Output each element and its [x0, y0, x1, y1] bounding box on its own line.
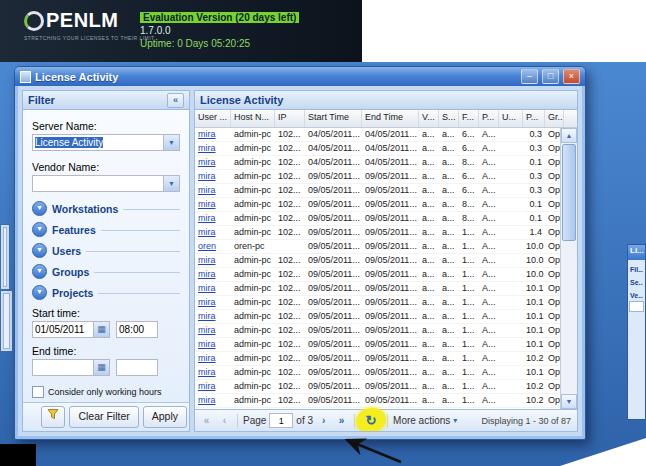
collapse-panel-icon[interactable]: «: [167, 93, 184, 108]
combo-dropdown-icon[interactable]: ▼: [163, 135, 179, 150]
user-link[interactable]: mira: [195, 142, 231, 155]
column-header[interactable]: End Time: [362, 110, 419, 127]
user-link[interactable]: mira: [195, 198, 231, 211]
column-header[interactable]: Host N...: [231, 110, 275, 127]
last-page-button[interactable]: »: [334, 413, 349, 429]
column-header[interactable]: Start Time: [305, 110, 362, 127]
column-header[interactable]: P...: [523, 110, 545, 127]
user-link[interactable]: mira: [195, 380, 231, 393]
start-date-field[interactable]: 01/05/2011 ▦: [32, 321, 110, 338]
user-link[interactable]: mira: [195, 212, 231, 225]
user-link[interactable]: mira: [195, 254, 231, 267]
filter-section-projects[interactable]: ▼Projects: [32, 282, 180, 303]
filter-section-workstations[interactable]: ▼Workstations: [32, 198, 180, 219]
table-row[interactable]: miraadmin-pc102...09/05/2011...09/05/201…: [195, 212, 560, 226]
vendor-name-combo[interactable]: ▼: [32, 175, 180, 192]
table-cell: a...: [439, 394, 459, 407]
table-row[interactable]: miraadmin-pc102...04/05/2011...04/05/201…: [195, 156, 560, 170]
start-time-field[interactable]: 08:00: [116, 321, 158, 338]
user-link[interactable]: mira: [195, 366, 231, 379]
filter-section-users[interactable]: ▼Users: [32, 240, 180, 261]
column-header[interactable]: P...: [479, 110, 499, 127]
working-hours-checkbox[interactable]: [32, 386, 44, 398]
maximize-button[interactable]: □: [542, 69, 559, 84]
table-row[interactable]: miraadmin-pc102...09/05/2011...09/05/201…: [195, 366, 560, 380]
column-header[interactable]: User ...: [195, 110, 231, 127]
user-link[interactable]: mira: [195, 310, 231, 323]
first-page-button[interactable]: «: [199, 413, 214, 429]
more-actions-button[interactable]: More actions ▾: [393, 415, 457, 426]
column-header[interactable]: Gr...: [545, 110, 564, 127]
user-link[interactable]: mira: [195, 156, 231, 169]
scroll-up-icon[interactable]: ▲: [561, 128, 577, 143]
column-header[interactable]: U...: [499, 110, 523, 127]
table-row[interactable]: miraadmin-pc102...09/05/2011...09/05/201…: [195, 198, 560, 212]
user-link[interactable]: mira: [195, 394, 231, 407]
vertical-scrollbar[interactable]: ▲ ▼: [560, 128, 577, 409]
table-cell: 102...: [275, 324, 305, 337]
clear-filter-button[interactable]: Clear Filter: [69, 406, 138, 428]
table-row[interactable]: miraadmin-pc102...09/05/2011...09/05/201…: [195, 324, 560, 338]
left-partial-window-2[interactable]: [0, 290, 13, 352]
table-row[interactable]: miraadmin-pc102...09/05/2011...09/05/201…: [195, 170, 560, 184]
scrollbar-track[interactable]: [561, 143, 577, 394]
combo-dropdown-icon[interactable]: ▼: [163, 176, 179, 191]
table-row[interactable]: miraadmin-pc102...09/05/2011...09/05/201…: [195, 184, 560, 198]
user-link[interactable]: mira: [195, 296, 231, 309]
column-header[interactable]: V...: [419, 110, 439, 127]
table-row[interactable]: miraadmin-pc102...09/05/2011...09/05/201…: [195, 380, 560, 394]
filter-section-features[interactable]: ▼Features: [32, 219, 180, 240]
right-partial-titlebar[interactable]: Li...: [628, 245, 645, 260]
scroll-down-icon[interactable]: ▼: [561, 394, 577, 409]
vendor-name-label: Vendor Name:: [32, 161, 180, 173]
calendar-icon[interactable]: ▦: [93, 322, 109, 337]
user-link[interactable]: mira: [195, 128, 231, 141]
right-partial-window[interactable]: Li... Fil...Se...Ve...: [627, 244, 646, 420]
calendar-icon[interactable]: ▦: [93, 360, 109, 375]
column-header[interactable]: F...: [459, 110, 479, 127]
table-row[interactable]: miraadmin-pc102...09/05/2011...09/05/201…: [195, 282, 560, 296]
table-row[interactable]: miraadmin-pc102...09/05/2011...09/05/201…: [195, 268, 560, 282]
table-cell: [499, 352, 523, 365]
user-link[interactable]: mira: [195, 352, 231, 365]
end-date-field[interactable]: ▦: [32, 359, 110, 376]
table-row[interactable]: miraadmin-pc102...09/05/2011...09/05/201…: [195, 310, 560, 324]
table-cell: 09/05/2011...: [362, 198, 419, 211]
column-header[interactable]: IP: [275, 110, 305, 127]
server-name-combo[interactable]: License Activity ▼: [32, 134, 180, 151]
user-link[interactable]: mira: [195, 170, 231, 183]
scrollbar-thumb[interactable]: [562, 144, 576, 241]
table-row[interactable]: orenoren-pc09/05/2011...09/05/2011...a..…: [195, 240, 560, 254]
user-link[interactable]: mira: [195, 184, 231, 197]
filter-section-groups[interactable]: ▼Groups: [32, 261, 180, 282]
window-titlebar[interactable]: License Activity – □ ×: [15, 67, 585, 86]
table-row[interactable]: miraadmin-pc102...09/05/2011...09/05/201…: [195, 338, 560, 352]
page-number-input[interactable]: [269, 413, 293, 428]
table-row[interactable]: miraadmin-pc102...04/05/2011...04/05/201…: [195, 128, 560, 142]
close-button[interactable]: ×: [563, 69, 580, 84]
table-row[interactable]: miraadmin-pc102...04/05/2011...04/05/201…: [195, 142, 560, 156]
table-row[interactable]: miraadmin-pc102...09/05/2011...09/05/201…: [195, 226, 560, 240]
refresh-button[interactable]: ↻: [360, 410, 382, 431]
prev-page-button[interactable]: ‹: [217, 413, 232, 429]
chevron-down-icon: ▾: [453, 416, 457, 425]
left-partial-window-1[interactable]: [0, 224, 10, 290]
right-partial-input[interactable]: [629, 301, 644, 312]
user-link[interactable]: mira: [195, 268, 231, 281]
table-row[interactable]: miraadmin-pc102...09/05/2011...09/05/201…: [195, 296, 560, 310]
user-link[interactable]: mira: [195, 338, 231, 351]
table-row[interactable]: miraadmin-pc102...09/05/2011...09/05/201…: [195, 394, 560, 408]
table-row[interactable]: miraadmin-pc102...09/05/2011...09/05/201…: [195, 352, 560, 366]
filter-funnel-button[interactable]: [41, 406, 65, 428]
minimize-button[interactable]: –: [521, 69, 538, 84]
user-link[interactable]: mira: [195, 324, 231, 337]
user-link[interactable]: oren: [195, 240, 231, 253]
table-row[interactable]: miraadmin-pc102...09/05/2011...09/05/201…: [195, 254, 560, 268]
column-header[interactable]: S...: [439, 110, 459, 127]
next-page-button[interactable]: ›: [316, 413, 331, 429]
end-time-field[interactable]: [116, 359, 158, 376]
user-link[interactable]: mira: [195, 282, 231, 295]
table-cell: A...: [479, 198, 499, 211]
apply-button[interactable]: Apply: [143, 406, 187, 428]
user-link[interactable]: mira: [195, 226, 231, 239]
